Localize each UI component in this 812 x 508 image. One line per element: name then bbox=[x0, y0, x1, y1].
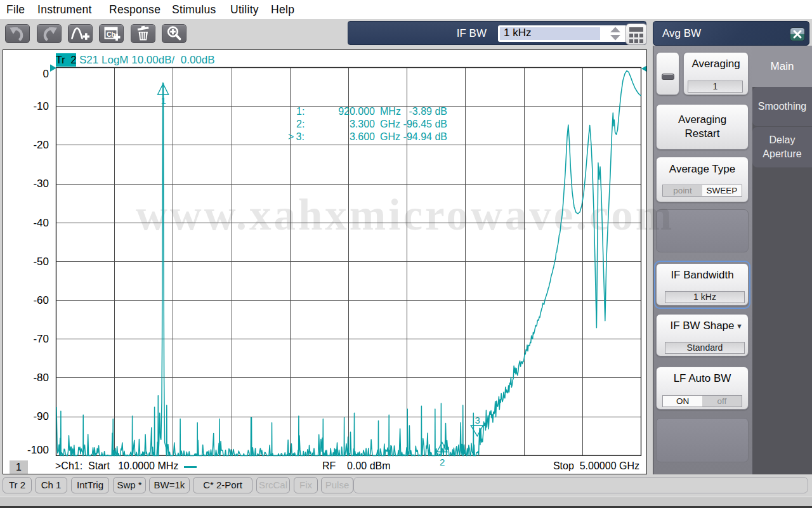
svg-text:3: 3 bbox=[475, 415, 480, 426]
svg-text:1: 1 bbox=[161, 95, 166, 106]
